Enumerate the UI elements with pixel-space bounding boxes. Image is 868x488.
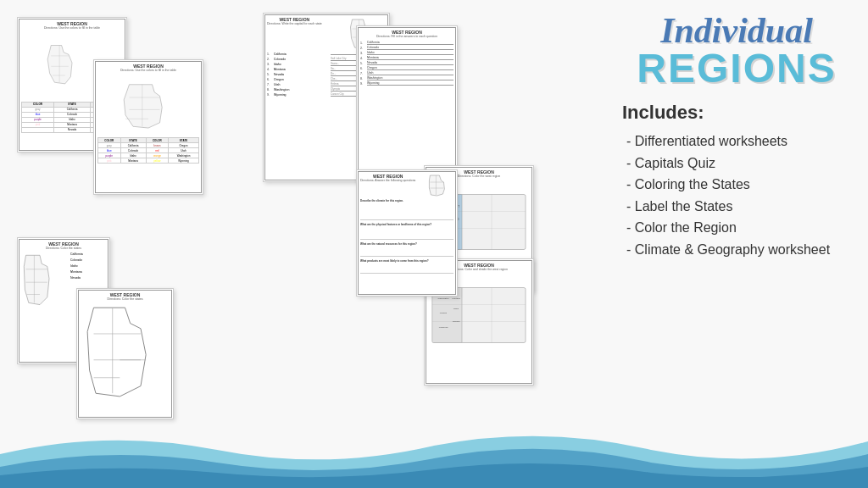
svg-text:Montana: Montana	[452, 297, 460, 300]
includes-item-3: Coloring the States	[622, 174, 860, 196]
includes-list: Differentiated worksheets Capitals Quiz …	[622, 130, 860, 261]
includes-item-1: Differentiated worksheets	[622, 130, 860, 152]
includes-heading: Includes:	[622, 102, 860, 124]
main-container: WEST REGION Directions: Use the colors t…	[0, 0, 868, 488]
ws4-subtitle: Directions: Fill in the answers to each …	[360, 35, 453, 38]
ws8-west-map	[81, 302, 170, 407]
includes-item-5: Color the Region	[622, 217, 860, 239]
svg-text:Washington: Washington	[437, 297, 449, 300]
worksheets-area: WEST REGION Directions: Use the colors t…	[8, 8, 602, 449]
svg-marker-0	[47, 46, 72, 84]
ws2-map	[118, 74, 179, 137]
title-regions: REGIONS	[614, 48, 860, 89]
includes-item-6: Climate & Geography worksheet	[622, 239, 860, 261]
svg-marker-48	[430, 175, 445, 196]
includes-item-2: Capitals Quiz	[622, 152, 860, 175]
ws1-subtitle: Directions: Use the colors to fill in th…	[21, 26, 123, 30]
ws1-map	[44, 31, 100, 102]
svg-text:California: California	[439, 326, 448, 329]
ws2-table: COLORSTATECOLORSTATE grayCaliforniabrown…	[97, 137, 199, 164]
includes-item-4: Label the States	[622, 196, 860, 218]
includes-section: Includes: Differentiated worksheets Capi…	[614, 102, 860, 261]
svg-text:Nevada: Nevada	[453, 320, 460, 323]
svg-marker-5	[124, 85, 162, 128]
ws7-west-map	[21, 252, 68, 328]
worksheet-west-outline: WEST REGION Directions: Color the states	[76, 288, 174, 419]
svg-text:Oregon: Oregon	[440, 312, 448, 314]
ws-climate-map	[427, 174, 453, 197]
svg-text:Idaho: Idaho	[453, 308, 459, 310]
wave-decoration	[0, 420, 868, 488]
worksheet-color-table-2: WEST REGION Directions: Use the colors t…	[93, 59, 203, 195]
worksheet-climate: WEST REGION Directions: Answer the follo…	[356, 169, 458, 297]
ws3-subtitle: Directions: Write the capital for each s…	[267, 22, 322, 25]
svg-marker-42	[87, 308, 146, 396]
ws8-subtitle: Directions: Color the states	[81, 297, 170, 301]
ws-climate-questions: Describe the climate for this region. Wh…	[360, 199, 453, 274]
worksheet-states-list: WEST REGION Directions: Fill in the answ…	[356, 25, 458, 182]
svg-marker-37	[24, 255, 49, 304]
title-section: Individual REGIONS	[614, 13, 860, 89]
ws-climate-subtitle: Directions: Answer the following questio…	[360, 179, 415, 182]
ws4-list: 1.California 2.Colorado 3.Idaho 4.Montan…	[360, 41, 453, 86]
title-individual: Individual	[614, 13, 860, 48]
ws2-subtitle: Directions: Use the colors to fill in th…	[97, 69, 199, 72]
ws7-subtitle: Directions: Color the states	[21, 247, 106, 250]
right-panel: Individual REGIONS Includes: Differentia…	[614, 13, 860, 453]
